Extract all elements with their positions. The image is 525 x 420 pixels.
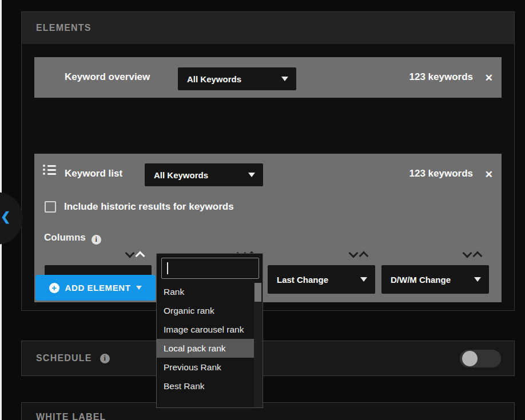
option-local-pack-rank[interactable]: Local pack rank (157, 339, 255, 358)
chevron-down-icon (248, 173, 255, 177)
schedule-panel: SCHEDULE i (21, 341, 515, 376)
option-rank[interactable]: Rank (157, 282, 255, 301)
add-element-button[interactable]: + ADD ELEMENT (35, 275, 156, 301)
keyword-overview-filter-value: All Keywords (187, 74, 241, 84)
column-options-list: Rank Organic rank Image carousel rank Lo… (157, 282, 255, 395)
keyword-list-remove-button[interactable]: ✕ (485, 169, 493, 181)
column-search-input[interactable] (161, 258, 259, 279)
column-select-last-change[interactable]: Last Change (268, 265, 375, 294)
white-label-panel-title: WHITE LABEL (36, 412, 106, 420)
keyword-overview-remove-button[interactable]: ✕ (485, 72, 493, 84)
include-historic-checkbox[interactable] (45, 201, 56, 213)
elements-panel-title: ELEMENTS (36, 23, 92, 33)
columns-info-icon[interactable]: i (92, 235, 101, 245)
elements-panel-header: ELEMENTS (22, 12, 514, 45)
option-organic-rank[interactable]: Organic rank (157, 301, 255, 320)
column-1-reorder (126, 250, 143, 257)
chevron-down-icon (281, 77, 288, 81)
move-left-icon[interactable] (463, 250, 470, 257)
option-best-rank[interactable]: Best Rank (157, 377, 255, 395)
keyword-overview-count: 123 keywords (409, 71, 473, 83)
keyword-list-filter-value: All Keywords (154, 170, 208, 180)
collapse-panel-icon[interactable]: ❮ (1, 209, 11, 224)
keyword-list-count: 123 keywords (409, 168, 473, 179)
text-caret (167, 262, 168, 274)
column-select-value: Last Change (277, 275, 328, 285)
column-select-value: D/W/M Change (391, 275, 451, 285)
toggle-knob (462, 351, 478, 366)
chevron-down-icon (360, 277, 367, 282)
chevron-down-icon (136, 286, 142, 290)
dropdown-scrollbar[interactable] (254, 283, 262, 407)
columns-label: Columnsi (44, 232, 101, 245)
white-label-panel: WHITE LABEL (21, 402, 515, 420)
keyword-list-filter-select[interactable]: All Keywords (145, 163, 263, 186)
move-left-icon[interactable] (349, 250, 356, 257)
column-options-dropdown: Rank Organic rank Image carousel rank Lo… (156, 253, 263, 408)
scrollbar-thumb[interactable] (254, 283, 261, 302)
move-right-icon[interactable] (474, 250, 480, 257)
column-4-reorder (463, 250, 480, 257)
schedule-toggle[interactable] (460, 350, 501, 367)
move-left-icon[interactable] (126, 250, 133, 257)
keyword-list-label: Keyword list (65, 168, 122, 179)
move-right-icon[interactable] (136, 250, 143, 257)
column-select-dwm-change[interactable]: D/W/M Change (381, 265, 489, 294)
option-previous-rank[interactable]: Previous Rank (157, 358, 255, 377)
element-row-keyword-overview: Keyword overview All Keywords 123 keywor… (34, 57, 502, 98)
add-element-label: ADD ELEMENT (65, 283, 131, 293)
plus-icon: + (49, 283, 59, 293)
columns-label-text: Columns (44, 232, 86, 243)
move-right-icon[interactable] (360, 250, 367, 257)
include-historic-label: Include historic results for keywords (64, 201, 234, 213)
option-image-carousel-rank[interactable]: Image carousel rank (157, 320, 255, 339)
keyword-overview-label: Keyword overview (65, 71, 150, 83)
keyword-list-icon (43, 165, 57, 177)
schedule-info-icon[interactable]: i (100, 354, 110, 363)
keyword-overview-filter-select[interactable]: All Keywords (178, 67, 296, 90)
chevron-down-icon (474, 277, 481, 282)
schedule-panel-title: SCHEDULE (36, 353, 92, 363)
column-3-reorder (349, 250, 367, 257)
